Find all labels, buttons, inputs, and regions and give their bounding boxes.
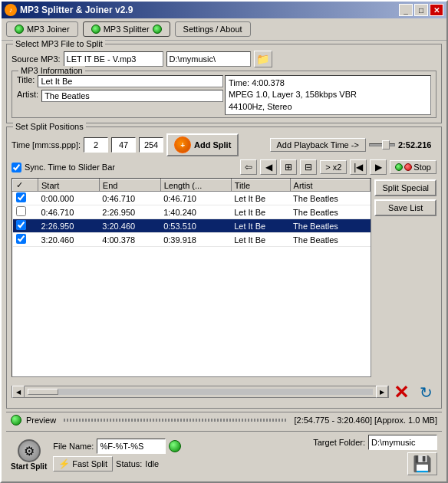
- copy2-button[interactable]: ⊟: [300, 159, 317, 175]
- x2-label: > x2: [325, 163, 341, 172]
- row-checkbox-2[interactable]: [16, 220, 26, 230]
- target-save-col: Target Folder: 💾: [313, 435, 437, 475]
- cell-end-0: 0:46.710: [99, 192, 160, 205]
- play-led: [395, 163, 403, 171]
- stop-button[interactable]: Stop: [390, 160, 436, 174]
- table-row[interactable]: 0:46.710 2:26.950 1:40.240 Let It Be The…: [13, 205, 371, 219]
- scroll-left-button[interactable]: ◀: [12, 386, 25, 398]
- copy1-icon: ⊞: [285, 162, 292, 172]
- source-file-input[interactable]: [64, 51, 163, 67]
- splitter-led: [91, 25, 100, 34]
- transport-controls: ⇦ ◀ ⊞ ⊟ > x2 |◀: [240, 159, 436, 175]
- add-split-button[interactable]: + Add Split: [166, 133, 239, 156]
- refresh-icon: ↻: [420, 383, 433, 402]
- scroll-right-button[interactable]: ▶: [376, 386, 388, 398]
- row-checkbox-0[interactable]: [16, 192, 26, 202]
- col-end: End: [99, 179, 160, 192]
- add-playback-button[interactable]: Add Playback Time ->: [270, 138, 366, 152]
- add-split-icon: +: [174, 136, 191, 153]
- table-row[interactable]: 0:00.000 0:46.710 0:46.710 Let It Be The…: [13, 192, 371, 205]
- back-button[interactable]: ◀: [260, 159, 277, 175]
- table-row[interactable]: 3:20.460 4:00.378 0:39.918 Let It Be The…: [13, 233, 371, 247]
- time-mm-input[interactable]: [84, 137, 108, 153]
- title-row: Title: Let It Be: [17, 75, 223, 87]
- col-length: Length (...: [160, 179, 231, 192]
- copy2-icon: ⊟: [305, 162, 312, 172]
- fast-split-button[interactable]: ⚡ Fast Split: [53, 456, 113, 472]
- tab-settings[interactable]: Settings / About: [175, 21, 251, 37]
- stop-label: Stop: [413, 163, 431, 172]
- stop-led: [404, 163, 412, 171]
- delete-button[interactable]: ✕: [390, 382, 412, 403]
- split-special-button[interactable]: Split Special: [374, 179, 436, 196]
- status-row: ⚡ Fast Split Status: Idle: [53, 456, 307, 472]
- hscroll-track[interactable]: [28, 389, 373, 395]
- add-split-label: Add Split: [194, 140, 231, 150]
- preview-track[interactable]: [64, 419, 286, 422]
- time-info: Time: 4:00.378: [229, 77, 427, 89]
- browse-folder-button[interactable]: 📁: [254, 51, 272, 67]
- file-name-input[interactable]: [97, 439, 166, 454]
- splitter-label: MP3 Splitter: [104, 25, 150, 34]
- select-mp3-title: Select MP3 File to Split: [13, 39, 105, 48]
- cell-end-2: 3:20.460: [99, 219, 160, 233]
- lightning-icon: ⚡: [58, 458, 70, 469]
- preview-led: [11, 415, 21, 426]
- table-row[interactable]: 2:26.950 3:20.460 0:53.510 Let It Be The…: [13, 219, 371, 233]
- minimize-button[interactable]: _: [399, 4, 413, 16]
- split-section-title: Set Split Positions: [13, 122, 86, 131]
- mp3-tech-info: Time: 4:00.378 MPEG 1.0, Layer 3, 158kbp…: [225, 75, 431, 115]
- table-wrapper: ✓ Start End Length (... Title Artist 0:0…: [12, 178, 371, 377]
- time-ss-input[interactable]: [111, 137, 136, 153]
- save-list-button[interactable]: Save List: [374, 199, 436, 216]
- cell-artist-0: The Beatles: [290, 192, 371, 205]
- sync-checkbox[interactable]: [12, 163, 21, 172]
- prev-button[interactable]: ⇦: [240, 159, 257, 175]
- status-value: Idle: [145, 459, 159, 468]
- cell-title-2: Let It Be: [231, 219, 290, 233]
- playback-slider[interactable]: [369, 143, 395, 146]
- tab-splitter[interactable]: MP3 Splitter: [83, 21, 170, 37]
- sync-label: Sync. Time to Slider Bar: [25, 163, 115, 172]
- close-button[interactable]: ✕: [430, 4, 443, 16]
- refresh-button[interactable]: ↻: [415, 382, 436, 403]
- folder-icon: 📁: [256, 53, 269, 65]
- maximize-button[interactable]: □: [414, 4, 428, 16]
- tab-joiner[interactable]: MP3 Joiner: [6, 21, 78, 37]
- target-folder-input[interactable]: [368, 435, 437, 450]
- preview-time: [2:54.775 - 3:20.460] [Approx. 1.0 MB]: [294, 416, 437, 425]
- cell-start-3: 3:20.460: [38, 233, 99, 247]
- x2-button[interactable]: > x2: [320, 160, 347, 174]
- status-label: Status:: [116, 459, 142, 468]
- cell-start-0: 0:00.000: [38, 192, 99, 205]
- bottom-bar: ⚙ Start Split File Name: ⚡ Fast Split St…: [6, 431, 442, 478]
- artist-row: Artist: The Beatles: [17, 90, 223, 102]
- artist-label: Artist:: [17, 90, 38, 99]
- select-mp3-group: Select MP3 File to Split Source MP3: 📁 M…: [6, 44, 442, 123]
- artist-value: The Beatles: [41, 90, 223, 102]
- file-name-label: File Name:: [53, 442, 94, 451]
- cell-end-3: 4:00.378: [99, 233, 160, 247]
- target-folder-label: Target Folder:: [313, 438, 365, 447]
- row-checkbox-3[interactable]: [16, 234, 26, 244]
- row-checkbox-1[interactable]: [16, 206, 26, 216]
- cell-length-0: 0:46.710: [160, 192, 231, 205]
- source-path-input[interactable]: [166, 51, 251, 67]
- copy1-button[interactable]: ⊞: [280, 159, 297, 175]
- title-label: Title:: [17, 75, 35, 84]
- save-button[interactable]: 💾: [407, 452, 437, 475]
- start-split-button[interactable]: ⚙ Start Split: [11, 439, 47, 471]
- hscroll-thumb[interactable]: [28, 389, 58, 395]
- col-title: Title: [231, 179, 290, 192]
- cell-artist-1: The Beatles: [290, 205, 371, 219]
- prev2-button[interactable]: |◀: [350, 159, 367, 175]
- playback-btn-label: Add Playback Time ->: [277, 140, 359, 150]
- forward-button[interactable]: ▶: [370, 159, 387, 175]
- mpeg-info: MPEG 1.0, Layer 3, 158kbps VBR: [229, 89, 427, 100]
- time-ppp-input[interactable]: [139, 137, 163, 153]
- time-label: Time [mm:ss.ppp]:: [12, 140, 81, 150]
- source-row: Source MP3: 📁: [12, 51, 436, 67]
- hscrollbar[interactable]: ◀ ▶: [12, 386, 389, 398]
- mp3-info-left: Title: Let It Be Artist: The Beatles: [17, 75, 223, 115]
- delete-refresh-row: ✕ ↻: [390, 382, 436, 403]
